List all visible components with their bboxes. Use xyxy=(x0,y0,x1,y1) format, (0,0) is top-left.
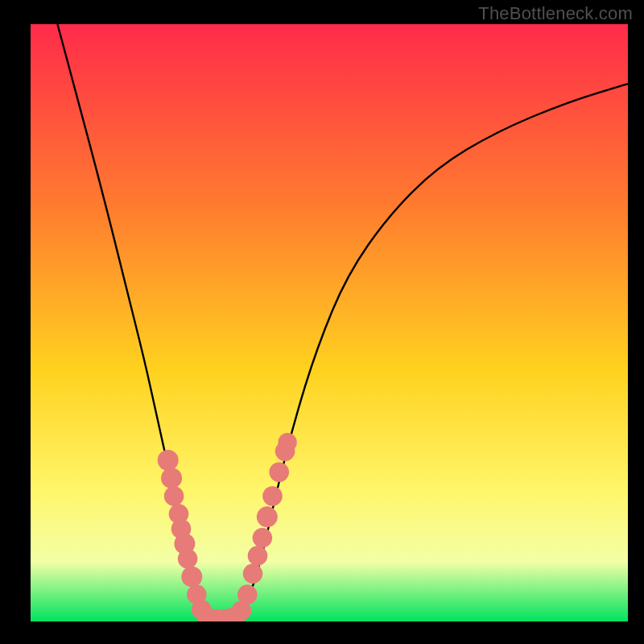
watermark-text: TheBottleneck.com xyxy=(478,3,633,24)
marker-dot xyxy=(253,528,273,548)
marker-dot xyxy=(237,584,258,605)
marker-dot xyxy=(243,564,263,584)
marker-dot xyxy=(269,462,289,482)
marker-dot xyxy=(161,468,182,489)
marker-dot xyxy=(248,546,268,566)
marker-dot xyxy=(278,433,296,452)
marker-dot xyxy=(257,506,278,527)
marker-dot xyxy=(164,486,184,506)
marker-dot xyxy=(262,486,283,506)
marker-dot xyxy=(158,450,179,471)
frame: TheBottleneck.com xyxy=(0,0,644,644)
plot-area xyxy=(31,24,628,621)
bottleneck-chart xyxy=(31,24,628,621)
marker-dot xyxy=(178,549,198,569)
marker-dot xyxy=(181,566,202,587)
